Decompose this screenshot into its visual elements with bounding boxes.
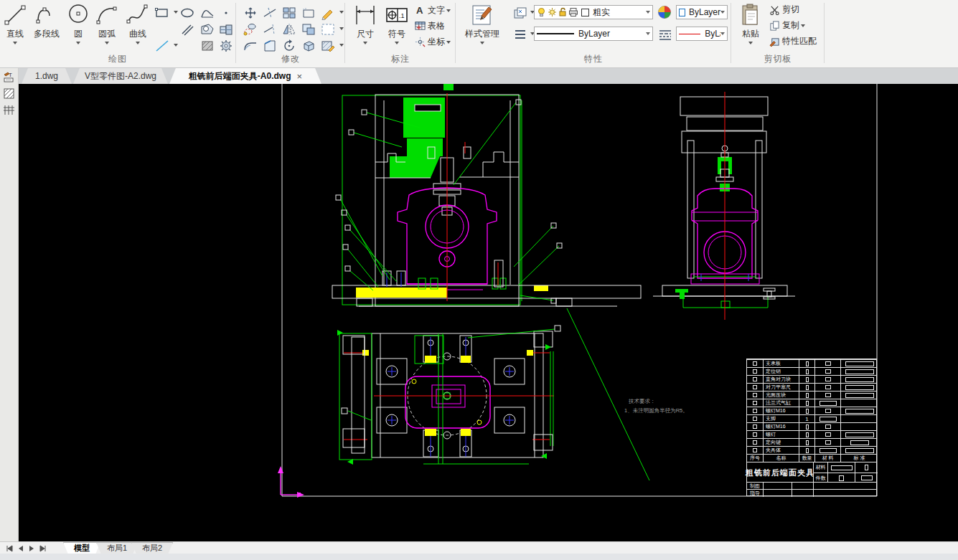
region-icon[interactable]	[199, 22, 215, 37]
extend-icon[interactable]	[262, 22, 278, 37]
lineweight-combo-arrow[interactable]	[646, 32, 650, 35]
spline-tool-button[interactable]: 曲线	[123, 1, 152, 44]
coordinate-tool[interactable]: 坐标	[415, 36, 451, 52]
parts-row: 支脚1	[747, 414, 876, 422]
fixture-title: 粗铣前后端面夹具	[747, 462, 813, 483]
lineweight-combo[interactable]: ByLayer	[534, 27, 653, 41]
tab-layout2[interactable]: 布局2	[131, 542, 173, 554]
point-icon[interactable]	[218, 6, 234, 20]
part-standard	[840, 439, 878, 446]
modify-flyout-arrow-1[interactable]	[339, 11, 344, 14]
rectangle-flyout-arrow[interactable]	[174, 11, 178, 14]
quick-text-tool-icon[interactable]: T	[3, 71, 15, 83]
curve-fit-icon[interactable]	[199, 6, 215, 20]
multiline-icon[interactable]	[179, 22, 195, 37]
grid-table-tool-icon[interactable]	[3, 104, 15, 116]
layer-on-bulb-icon[interactable]	[537, 7, 546, 17]
line-icon	[3, 3, 27, 27]
part-standard	[840, 447, 878, 454]
part-material	[814, 368, 840, 375]
fillet-icon[interactable]	[243, 39, 258, 53]
layout-nav-arrows[interactable]	[6, 545, 49, 552]
linetype-list-icon[interactable]	[657, 27, 673, 42]
style-manager-button[interactable]: 样式管理	[459, 1, 505, 44]
lineweight-list-icon[interactable]	[512, 27, 528, 42]
chamfer-icon[interactable]	[262, 39, 278, 53]
text-tool[interactable]: A文字	[415, 4, 451, 20]
object-color-combo[interactable]: ByLayer	[676, 5, 728, 19]
part-qty	[799, 439, 814, 446]
line-tool-button[interactable]: 直线	[1, 1, 29, 44]
hatch-icon[interactable]	[199, 39, 215, 53]
stretch-icon[interactable]	[301, 6, 316, 20]
drawing-canvas[interactable]: 技术要求： 1、未注明圆角半径为R5。 支承板定位销直角对刀块对刀平塞尺光面压块…	[0, 84, 958, 541]
layer-states-icon[interactable]	[512, 6, 528, 20]
part-name: 定位销	[763, 368, 799, 375]
linetype-combo-arrow[interactable]	[720, 32, 725, 35]
trim-icon[interactable]	[262, 6, 278, 20]
linetype-combo[interactable]: ByLay	[676, 27, 728, 41]
rotate-icon[interactable]	[281, 39, 297, 53]
dimension-button[interactable]: 尺寸	[350, 1, 380, 44]
match-properties-tool[interactable]: 特性匹配	[769, 35, 817, 51]
array-icon[interactable]	[281, 6, 297, 20]
part-material	[814, 415, 840, 422]
close-tab-icon[interactable]: ×	[297, 71, 303, 82]
part-no	[747, 384, 763, 391]
offset-icon[interactable]	[243, 22, 258, 37]
move-icon[interactable]	[243, 6, 258, 20]
table-tool[interactable]: 表格	[415, 20, 445, 36]
paste-button[interactable]: 粘贴	[736, 1, 765, 44]
doc-tab-2[interactable]: V型零件图-A2.dwg	[73, 68, 168, 84]
color-wheel-icon[interactable]	[657, 5, 672, 19]
mirror-icon[interactable]	[281, 22, 297, 37]
doc-tab-3-active[interactable]: 粗铣前后端面夹具-A0.dwg ×	[169, 68, 321, 84]
part-no	[747, 391, 763, 399]
xline-flyout-arrow[interactable]	[174, 44, 178, 47]
layer-combo[interactable]: 粗实	[534, 5, 653, 19]
cut-tool[interactable]: 剪切	[769, 4, 799, 19]
part-standard	[840, 415, 878, 422]
color-combo-arrow[interactable]	[720, 11, 725, 14]
edit-pencil-icon[interactable]	[320, 6, 336, 20]
construction-line-icon[interactable]	[154, 39, 170, 53]
ellipse-icon[interactable]	[179, 6, 195, 20]
layer-combo-arrow[interactable]	[646, 11, 650, 14]
modify-flyout-arrow-2[interactable]	[339, 27, 344, 30]
layer-lock-icon[interactable]	[558, 7, 567, 17]
overlap-icon[interactable]	[301, 22, 316, 37]
circle-tool-button[interactable]: 圆	[66, 1, 90, 44]
layer-plot-printer-icon[interactable]	[568, 7, 578, 17]
doc-tab-1[interactable]: 1.dwg	[22, 68, 72, 84]
part-name: 光面压块	[763, 391, 799, 399]
part-qty	[799, 407, 814, 414]
solid-fitting-icon[interactable]	[218, 22, 234, 37]
symbol-button[interactable]: .1 符号	[382, 1, 412, 44]
arc-tool-button[interactable]: 圆弧	[92, 1, 122, 44]
polyline-tool-button[interactable]: 多段线	[29, 1, 65, 40]
part-material	[814, 399, 840, 407]
orbit-box-icon[interactable]	[301, 39, 316, 53]
gear-icon[interactable]	[218, 39, 234, 53]
part-qty	[799, 360, 814, 367]
drawn-row: 制图	[747, 482, 876, 489]
parts-row: 光面压块	[747, 391, 876, 399]
panel-modify: 修改	[237, 0, 344, 67]
part-qty	[799, 376, 814, 383]
hatch-edit-icon[interactable]	[320, 39, 336, 53]
hatch-tool-icon[interactable]	[3, 87, 15, 100]
title-block: 支承板定位销直角对刀块对刀平塞尺光面压块法兰式气缸螺钉M16支脚1螺钉M16螺钉…	[746, 359, 877, 496]
rectangle-icon[interactable]	[154, 6, 170, 20]
copy-tool[interactable]: 复制	[769, 19, 805, 35]
tab-model[interactable]: 模型	[63, 542, 100, 554]
status-strip	[0, 554, 958, 560]
modify-flyout-arrow-3[interactable]	[339, 44, 344, 47]
panel-clipboard: 粘贴 剪切 复制 特性匹配 剪切板	[732, 0, 824, 67]
cut-scissors-icon	[769, 5, 780, 15]
layer-freeze-sun-icon[interactable]	[548, 7, 557, 17]
tab-layout1[interactable]: 布局1	[96, 542, 138, 554]
clipboard-panel-label: 剪切板	[732, 53, 824, 65]
selection-rect-icon[interactable]	[320, 22, 336, 37]
part-standard	[840, 431, 878, 438]
dimension-icon	[353, 3, 377, 27]
